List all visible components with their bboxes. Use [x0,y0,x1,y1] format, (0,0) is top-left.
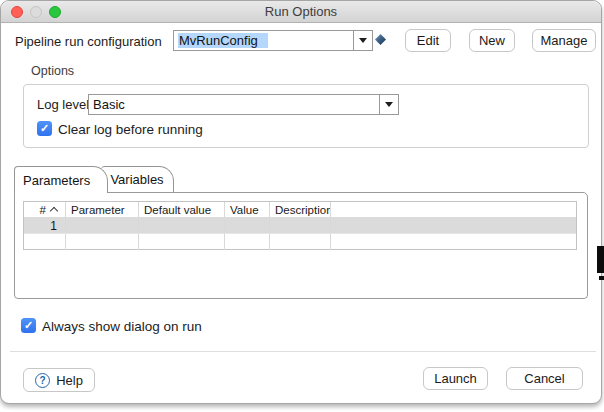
tab-variables-label: Variables [110,172,163,187]
always-show-label: Always show dialog on run [42,319,202,334]
question-mark-icon: ? [35,373,50,388]
checkmark-icon: ✓ [24,318,33,333]
background-window-fragment [597,246,604,273]
parameters-tab-content: # Parameter Default value Value Descript… [14,192,588,299]
footer-separator [10,351,596,352]
log-level-dropdown-button[interactable] [379,95,398,114]
run-configuration-dropdown-button[interactable] [353,31,372,50]
help-button[interactable]: ? Help [23,368,95,392]
new-button[interactable]: New [469,29,515,52]
chevron-down-icon [359,38,367,43]
column-header-value[interactable]: Value [225,202,270,217]
cancel-button[interactable]: Cancel [506,367,583,390]
help-button-label: Help [56,373,83,388]
cell-value[interactable] [225,218,270,233]
log-level-label: Log level: [37,97,93,112]
always-show-checkbox[interactable]: ✓ [21,318,36,333]
table-header-row[interactable]: # Parameter Default value Value Descript… [24,202,576,218]
run-configuration-label: Pipeline run configuration [15,34,162,49]
cell-default-value[interactable] [139,218,225,233]
chevron-down-icon [385,102,393,107]
checkmark-icon: ✓ [40,121,49,136]
clear-log-label: Clear log before running [58,122,203,137]
window-title: Run Options [1,1,601,23]
log-level-value[interactable]: Basic [89,97,379,112]
edit-button[interactable]: Edit [405,29,451,52]
column-header-index[interactable]: # [24,202,66,217]
launch-button[interactable]: Launch [423,367,488,390]
tab-parameters[interactable]: Parameters [14,166,108,193]
sort-ascending-icon [50,207,58,215]
column-header-parameter[interactable]: Parameter [66,202,139,217]
run-options-dialog: Run Options Pipeline run configuration M… [0,0,602,404]
clear-log-checkbox[interactable]: ✓ [37,121,52,136]
titlebar[interactable]: Run Options [1,1,601,23]
table-row-empty[interactable] [24,234,576,250]
background-window-fragment [599,276,604,280]
cell-index[interactable]: 1 [24,218,66,233]
log-level-combo[interactable]: Basic [88,94,399,115]
column-header-default-value[interactable]: Default value [139,202,225,217]
run-configuration-combo[interactable]: MvRunConfig [173,30,373,51]
column-header-filler [331,202,576,217]
cell-parameter[interactable] [66,218,139,233]
cell-filler [331,218,576,233]
run-configuration-value[interactable]: MvRunConfig [174,33,353,48]
manage-button[interactable]: Manage [532,29,596,52]
tab-parameters-label: Parameters [23,173,90,188]
column-header-description[interactable]: Description [270,202,331,217]
tab-variables[interactable]: Variables [101,166,174,192]
parameters-table[interactable]: # Parameter Default value Value Descript… [23,201,577,250]
cell-description[interactable] [270,218,331,233]
options-group-title: Options [31,64,74,78]
variable-diamond-icon [375,34,386,45]
table-row-selected[interactable]: 1 [24,218,576,234]
